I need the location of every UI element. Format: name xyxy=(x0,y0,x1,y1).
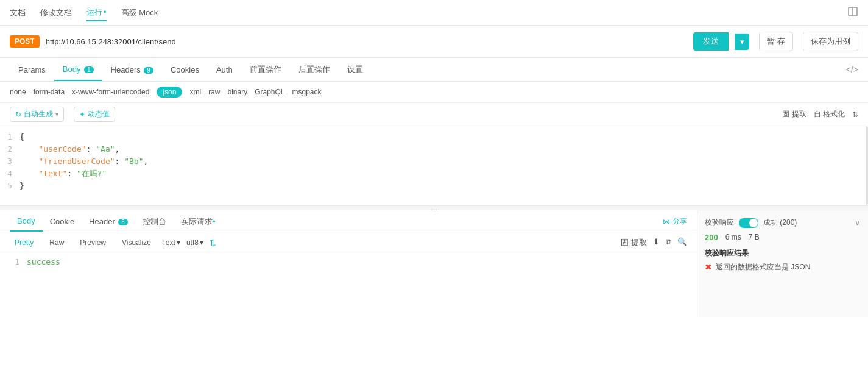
response-tabs: Body Cookie Header 5 控制台 实际请求• ⋈ 分享 xyxy=(0,210,697,233)
resp-tab-console[interactable]: 控制台 xyxy=(135,211,174,232)
share-section: ⋈ 分享 xyxy=(663,216,687,227)
nav-edit-doc[interactable]: 修改文档 xyxy=(40,5,72,21)
extract-button[interactable]: 固 提取 xyxy=(782,109,806,119)
validation-panel: 校验响应 成功 (200) ∨ 200 6 ms 7 B 校验响应结果 ✖ 返回… xyxy=(697,210,868,317)
tab-params[interactable]: Params xyxy=(10,59,54,80)
code-line-5: 5 } xyxy=(0,180,868,192)
tab-settings[interactable]: 设置 xyxy=(339,58,372,81)
send-dropdown-button[interactable]: ▾ xyxy=(735,34,749,50)
code-content: 1 { 2 "userCode": "Aa", 3 "friendUserCod… xyxy=(0,126,868,199)
code-line-1: 1 { xyxy=(0,131,868,143)
send-button[interactable]: 发送 xyxy=(693,32,729,51)
auto-generate-button[interactable]: ↻ 自动生成 ▾ xyxy=(10,107,64,122)
validate-toggle[interactable] xyxy=(739,218,758,228)
chevron-down-icon: ▾ xyxy=(200,238,203,247)
body-type-none[interactable]: none xyxy=(10,88,26,96)
nav-run[interactable]: 运行 xyxy=(86,4,107,21)
share-label: 分享 xyxy=(672,216,687,227)
resp-format-visualize[interactable]: Visualize xyxy=(117,237,156,248)
editor-toolbar: ↻ 自动生成 ▾ ✦ 动态值 固 提取 自 格式化 ⇅ xyxy=(0,103,868,126)
resp-encoding-label: utf8 xyxy=(186,238,199,247)
tab-auth[interactable]: Auth xyxy=(208,59,241,80)
share-button[interactable]: ⋈ 分享 xyxy=(663,216,687,227)
resp-tab-body[interactable]: Body xyxy=(10,211,43,232)
response-panel: Body Cookie Header 5 控制台 实际请求• ⋈ 分享 Pret… xyxy=(0,210,697,317)
refresh-icon: ↻ xyxy=(15,110,21,119)
dynamic-value-button[interactable]: ✦ 动态值 xyxy=(74,107,115,122)
tab-body[interactable]: Body 1 xyxy=(54,59,102,81)
resp-format-pretty[interactable]: Pretty xyxy=(10,237,38,248)
code-editor[interactable]: 1 { 2 "userCode": "Aa", 3 "friendUserCod… xyxy=(0,126,868,205)
format-button[interactable]: 自 格式化 xyxy=(814,109,845,119)
status-code: 200 xyxy=(705,233,718,242)
status-size: 7 B xyxy=(749,233,760,242)
editor-scrollbar[interactable] xyxy=(866,126,868,205)
body-type-form-data[interactable]: form-data xyxy=(34,88,65,96)
request-tabs: Params Body 1 Headers 9 Cookies Auth 前置操… xyxy=(0,58,868,82)
auto-generate-label: 自动生成 xyxy=(24,109,53,119)
resp-tab-actual-request[interactable]: 实际请求• xyxy=(174,211,223,232)
chevron-down-icon: ▾ xyxy=(55,111,58,118)
resp-encoding-dropdown[interactable]: utf8 ▾ xyxy=(186,238,203,247)
split-view-icon[interactable] xyxy=(847,6,858,19)
http-method: POST xyxy=(10,35,40,48)
code-line-3: 3 "friendUserCode": "Bb", xyxy=(0,155,868,168)
nav-advanced-mock[interactable]: 高级 Mock xyxy=(121,5,158,21)
share-icon: ⋈ xyxy=(663,218,670,226)
url-bar: POST http://10.66.15.248:32001/client/se… xyxy=(0,26,868,58)
validate-error-item: ✖ 返回的数据格式应当是 JSON xyxy=(705,262,861,272)
resp-text-label: Text xyxy=(162,238,175,247)
code-line-4: 4 "text": "在吗?" xyxy=(0,168,868,180)
resp-sort-icon[interactable]: ⇅ xyxy=(210,238,216,247)
bottom-section: Body Cookie Header 5 控制台 实际请求• ⋈ 分享 Pret… xyxy=(0,210,868,317)
response-line-1: 1 success xyxy=(10,257,687,266)
tab-cookies[interactable]: Cookies xyxy=(162,59,208,80)
body-type-msgpack[interactable]: msgpack xyxy=(292,88,322,96)
body-type-json[interactable]: json xyxy=(157,87,182,98)
tab-headers[interactable]: Headers 9 xyxy=(102,59,162,80)
resp-text-dropdown[interactable]: Text ▾ xyxy=(162,238,180,247)
resp-tab-header[interactable]: Header 5 xyxy=(82,212,135,231)
body-badge: 1 xyxy=(84,66,94,73)
validate-dropdown-icon[interactable]: ∨ xyxy=(855,218,861,227)
body-type-graphql[interactable]: GraphQL xyxy=(255,88,284,96)
resp-extract-button[interactable]: 固 提取 xyxy=(621,237,647,248)
validate-label: 校验响应 xyxy=(705,218,734,228)
response-value: success xyxy=(27,257,60,266)
tab-pre-action[interactable]: 前置操作 xyxy=(241,58,290,81)
tab-post-action[interactable]: 后置操作 xyxy=(290,58,339,81)
resp-search-icon[interactable]: 🔍 xyxy=(677,237,687,248)
body-type-urlencoded[interactable]: x-www-form-urlencoded xyxy=(72,88,149,96)
top-nav: 文档 修改文档 运行 高级 Mock xyxy=(0,0,868,26)
code-view-icon[interactable]: </> xyxy=(846,65,858,74)
header-badge: 5 xyxy=(118,219,128,225)
save-temp-button[interactable]: 暂 存 xyxy=(759,32,793,51)
resizer[interactable]: ... xyxy=(0,205,868,210)
validate-row: 校验响应 成功 (200) ∨ xyxy=(705,218,861,228)
resp-format-raw[interactable]: Raw xyxy=(44,237,69,248)
sort-icon[interactable]: ⇅ xyxy=(852,110,858,119)
resp-tab-cookie[interactable]: Cookie xyxy=(43,212,82,231)
magic-icon: ✦ xyxy=(79,110,85,119)
success-badge: 成功 (200) xyxy=(763,218,797,228)
url-input[interactable]: http://10.66.15.248:32001/client/send xyxy=(46,37,688,46)
resp-format-preview[interactable]: Preview xyxy=(75,237,111,248)
validate-error-message: 返回的数据格式应当是 JSON xyxy=(716,262,810,272)
toggle-knob xyxy=(749,219,758,227)
resp-copy-icon[interactable]: ⧉ xyxy=(666,237,671,248)
save-example-button[interactable]: 保存为用例 xyxy=(803,32,858,51)
error-icon: ✖ xyxy=(705,262,712,272)
validate-result-title: 校验响应结果 xyxy=(705,248,861,258)
body-type-raw[interactable]: raw xyxy=(208,88,220,96)
nav-doc[interactable]: 文档 xyxy=(10,5,26,21)
response-content: 1 success xyxy=(0,252,697,271)
resp-toolbar-right: 固 提取 ⬇ ⧉ 🔍 xyxy=(621,237,687,248)
status-row: 200 6 ms 7 B xyxy=(705,233,861,242)
resp-download-icon[interactable]: ⬇ xyxy=(653,237,660,248)
editor-toolbar-right: 固 提取 自 格式化 ⇅ xyxy=(782,109,858,119)
chevron-down-icon: ▾ xyxy=(177,238,180,247)
body-type-xml[interactable]: xml xyxy=(189,88,201,96)
validate-section: 校验响应结果 ✖ 返回的数据格式应当是 JSON xyxy=(705,248,861,272)
body-type-binary[interactable]: binary xyxy=(227,88,247,96)
resp-toolbar: Pretty Raw Preview Visualize Text ▾ utf8… xyxy=(0,233,697,252)
